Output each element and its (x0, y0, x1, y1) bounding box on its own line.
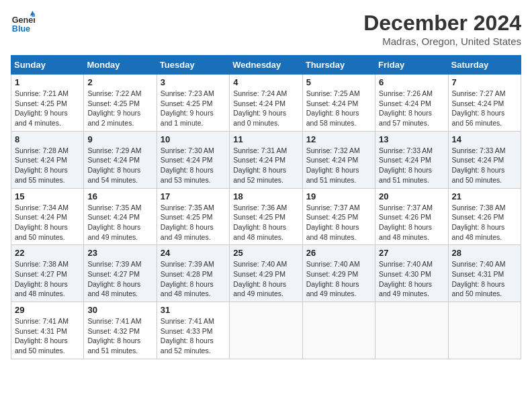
day-number: 29 (15, 305, 80, 315)
day-detail: Sunrise: 7:21 AMSunset: 4:25 PMDaylight:… (15, 89, 80, 128)
calendar-cell: 25Sunrise: 7:40 AMSunset: 4:29 PMDayligh… (230, 245, 302, 302)
day-number: 14 (452, 134, 517, 144)
calendar-cell: 28Sunrise: 7:40 AMSunset: 4:31 PMDayligh… (448, 245, 521, 302)
page-subtitle: Madras, Oregon, United States (363, 36, 521, 47)
day-number: 25 (233, 248, 298, 258)
day-detail: Sunrise: 7:38 AMSunset: 4:26 PMDaylight:… (452, 203, 517, 242)
calendar-cell: 13Sunrise: 7:33 AMSunset: 4:24 PMDayligh… (375, 131, 448, 188)
calendar-cell: 18Sunrise: 7:36 AMSunset: 4:25 PMDayligh… (230, 188, 302, 245)
calendar-cell: 22Sunrise: 7:38 AMSunset: 4:27 PMDayligh… (11, 245, 84, 302)
day-detail: Sunrise: 7:31 AMSunset: 4:24 PMDaylight:… (233, 146, 298, 185)
weekday-header-cell: Wednesday (230, 56, 302, 75)
weekday-header-cell: Saturday (448, 56, 521, 75)
calendar-cell: 3Sunrise: 7:23 AMSunset: 4:25 PMDaylight… (157, 75, 229, 132)
day-detail: Sunrise: 7:39 AMSunset: 4:27 PMDaylight:… (87, 259, 152, 299)
day-number: 11 (233, 134, 298, 144)
day-detail: Sunrise: 7:24 AMSunset: 4:24 PMDaylight:… (233, 89, 298, 128)
day-detail: Sunrise: 7:37 AMSunset: 4:26 PMDaylight:… (379, 203, 444, 242)
weekday-header-cell: Thursday (302, 56, 375, 75)
day-detail: Sunrise: 7:35 AMSunset: 4:24 PMDaylight:… (87, 203, 152, 242)
calendar-cell: 2Sunrise: 7:22 AMSunset: 4:25 PMDaylight… (84, 75, 157, 132)
calendar-week-row: 15Sunrise: 7:34 AMSunset: 4:24 PMDayligh… (11, 188, 521, 245)
day-detail: Sunrise: 7:41 AMSunset: 4:31 PMDaylight:… (15, 316, 80, 356)
day-detail: Sunrise: 7:41 AMSunset: 4:32 PMDaylight:… (87, 316, 152, 356)
calendar-cell (375, 302, 448, 359)
weekday-header-cell: Sunday (11, 56, 84, 75)
day-number: 3 (161, 77, 226, 87)
day-detail: Sunrise: 7:39 AMSunset: 4:28 PMDaylight:… (161, 259, 226, 299)
day-detail: Sunrise: 7:37 AMSunset: 4:25 PMDaylight:… (306, 203, 371, 242)
logo: General Blue (11, 11, 35, 35)
day-detail: Sunrise: 7:40 AMSunset: 4:31 PMDaylight:… (452, 259, 517, 299)
calendar-cell: 12Sunrise: 7:32 AMSunset: 4:24 PMDayligh… (302, 131, 375, 188)
calendar-body: 1Sunrise: 7:21 AMSunset: 4:25 PMDaylight… (11, 75, 521, 359)
calendar-cell: 30Sunrise: 7:41 AMSunset: 4:32 PMDayligh… (84, 302, 157, 359)
page-title: December 2024 (363, 11, 521, 36)
day-number: 8 (15, 134, 80, 144)
day-number: 26 (306, 248, 371, 258)
day-number: 17 (161, 191, 226, 201)
calendar-week-row: 1Sunrise: 7:21 AMSunset: 4:25 PMDaylight… (11, 75, 521, 132)
day-number: 5 (306, 77, 371, 87)
logo-icon: General Blue (11, 11, 35, 35)
day-number: 13 (379, 134, 444, 144)
day-detail: Sunrise: 7:40 AMSunset: 4:29 PMDaylight:… (233, 259, 298, 299)
calendar-cell: 23Sunrise: 7:39 AMSunset: 4:27 PMDayligh… (84, 245, 157, 302)
day-detail: Sunrise: 7:32 AMSunset: 4:24 PMDaylight:… (306, 146, 371, 185)
day-number: 10 (161, 134, 226, 144)
weekday-header-cell: Tuesday (157, 56, 229, 75)
day-detail: Sunrise: 7:35 AMSunset: 4:25 PMDaylight:… (161, 203, 226, 242)
page-header: General Blue December 2024 Madras, Orego… (11, 11, 521, 47)
calendar-week-row: 8Sunrise: 7:28 AMSunset: 4:24 PMDaylight… (11, 131, 521, 188)
weekday-header-cell: Friday (375, 56, 448, 75)
calendar-cell: 20Sunrise: 7:37 AMSunset: 4:26 PMDayligh… (375, 188, 448, 245)
calendar-cell (302, 302, 375, 359)
day-detail: Sunrise: 7:23 AMSunset: 4:25 PMDaylight:… (161, 89, 226, 128)
calendar-week-row: 29Sunrise: 7:41 AMSunset: 4:31 PMDayligh… (11, 302, 521, 359)
calendar-cell: 14Sunrise: 7:33 AMSunset: 4:24 PMDayligh… (448, 131, 521, 188)
calendar-cell: 26Sunrise: 7:40 AMSunset: 4:29 PMDayligh… (302, 245, 375, 302)
day-detail: Sunrise: 7:25 AMSunset: 4:24 PMDaylight:… (306, 89, 371, 128)
calendar-cell: 27Sunrise: 7:40 AMSunset: 4:30 PMDayligh… (375, 245, 448, 302)
day-number: 4 (233, 77, 298, 87)
day-detail: Sunrise: 7:29 AMSunset: 4:24 PMDaylight:… (87, 146, 152, 185)
calendar-cell: 5Sunrise: 7:25 AMSunset: 4:24 PMDaylight… (302, 75, 375, 132)
day-number: 22 (15, 248, 80, 258)
day-number: 16 (87, 191, 152, 201)
day-detail: Sunrise: 7:33 AMSunset: 4:24 PMDaylight:… (452, 146, 517, 185)
day-detail: Sunrise: 7:34 AMSunset: 4:24 PMDaylight:… (15, 203, 80, 242)
day-number: 1 (15, 77, 80, 87)
svg-text:Blue: Blue (12, 24, 30, 34)
calendar-cell: 9Sunrise: 7:29 AMSunset: 4:24 PMDaylight… (84, 131, 157, 188)
day-detail: Sunrise: 7:40 AMSunset: 4:30 PMDaylight:… (379, 259, 444, 299)
calendar-cell: 19Sunrise: 7:37 AMSunset: 4:25 PMDayligh… (302, 188, 375, 245)
day-number: 6 (379, 77, 444, 87)
calendar-table: SundayMondayTuesdayWednesdayThursdayFrid… (11, 55, 521, 359)
day-number: 7 (452, 77, 517, 87)
day-number: 28 (452, 248, 517, 258)
day-number: 27 (379, 248, 444, 258)
weekday-header-row: SundayMondayTuesdayWednesdayThursdayFrid… (11, 56, 521, 75)
weekday-header-cell: Monday (84, 56, 157, 75)
day-number: 15 (15, 191, 80, 201)
calendar-cell: 8Sunrise: 7:28 AMSunset: 4:24 PMDaylight… (11, 131, 84, 188)
day-number: 12 (306, 134, 371, 144)
day-number: 2 (87, 77, 152, 87)
day-number: 18 (233, 191, 298, 201)
calendar-cell: 6Sunrise: 7:26 AMSunset: 4:24 PMDaylight… (375, 75, 448, 132)
day-number: 21 (452, 191, 517, 201)
day-number: 30 (87, 305, 152, 315)
title-block: December 2024 Madras, Oregon, United Sta… (363, 11, 521, 47)
day-number: 9 (87, 134, 152, 144)
day-detail: Sunrise: 7:27 AMSunset: 4:24 PMDaylight:… (452, 89, 517, 128)
calendar-cell: 29Sunrise: 7:41 AMSunset: 4:31 PMDayligh… (11, 302, 84, 359)
day-number: 31 (161, 305, 226, 315)
day-detail: Sunrise: 7:38 AMSunset: 4:27 PMDaylight:… (15, 259, 80, 299)
day-detail: Sunrise: 7:28 AMSunset: 4:24 PMDaylight:… (15, 146, 80, 185)
day-detail: Sunrise: 7:30 AMSunset: 4:24 PMDaylight:… (161, 146, 226, 185)
calendar-week-row: 22Sunrise: 7:38 AMSunset: 4:27 PMDayligh… (11, 245, 521, 302)
day-detail: Sunrise: 7:26 AMSunset: 4:24 PMDaylight:… (379, 89, 444, 128)
day-detail: Sunrise: 7:40 AMSunset: 4:29 PMDaylight:… (306, 259, 371, 299)
day-detail: Sunrise: 7:41 AMSunset: 4:33 PMDaylight:… (161, 316, 226, 356)
calendar-cell: 24Sunrise: 7:39 AMSunset: 4:28 PMDayligh… (157, 245, 229, 302)
